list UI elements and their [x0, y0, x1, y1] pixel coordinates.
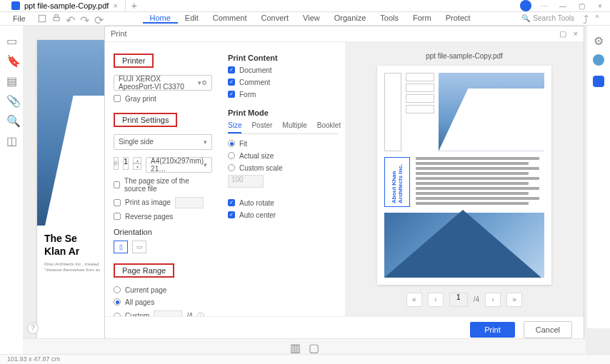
printer-select[interactable]: FUJI XEROX ApeosPort-VI C3370 ▾ ⚙ [114, 75, 212, 91]
new-tab-button[interactable]: + [126, 0, 143, 11]
attachment-icon[interactable]: 📎 [6, 94, 16, 104]
mode-size-tab[interactable]: Size [228, 121, 241, 133]
doc-title: The Se Klan Ar [44, 233, 109, 258]
pager-last[interactable]: » [506, 293, 522, 307]
current-page-radio[interactable] [114, 286, 121, 293]
close-tab-icon[interactable]: × [113, 1, 117, 10]
dialog-close-icon[interactable]: × [574, 29, 578, 39]
save-icon[interactable] [37, 14, 47, 24]
tab-comment[interactable]: Comment [206, 14, 254, 24]
menu-icon[interactable]: ⋯ [539, 0, 550, 11]
maximize-icon[interactable]: ▢ [576, 0, 587, 11]
content-comment-checkbox[interactable]: ✓ [228, 79, 235, 86]
orientation-heading: Orientation [114, 228, 212, 236]
tab-tools[interactable]: Tools [373, 14, 406, 24]
file-menu[interactable]: File [6, 14, 33, 23]
custom-scale-radio[interactable] [228, 164, 235, 171]
pager-input[interactable]: 1 [449, 293, 468, 307]
print-button[interactable]: Print [470, 322, 515, 338]
duplex-select[interactable]: Single side▾ [114, 134, 212, 150]
copies-input[interactable]: 1 [123, 157, 129, 170]
mode-booklet-tab[interactable]: Booklet [317, 121, 341, 133]
tab-convert[interactable]: Convert [254, 14, 296, 24]
copies-down[interactable]: ▾ [133, 163, 141, 170]
source-size-checkbox[interactable] [114, 181, 120, 188]
view-continuous-icon[interactable]: ▥ [290, 341, 300, 351]
print-left-column: Printer FUJI XEROX ApeosPort-VI C3370 ▾ … [105, 42, 221, 316]
pager-next[interactable]: › [485, 293, 501, 307]
preview-image-top [439, 73, 544, 151]
dialog-title: Print [111, 29, 127, 38]
preview-legend [406, 73, 434, 151]
print-dialog: Print ▢ × Printer FUJI XEROX ApeosPort-V… [104, 26, 584, 344]
print-icon[interactable] [51, 14, 61, 24]
custom-range-input[interactable] [154, 310, 182, 316]
print-middle-column: Print Content ✓Document ✓Comment ✓Form P… [221, 42, 345, 316]
preview-vertical-title: About Khan Architects Inc. [384, 157, 410, 207]
auto-center-checkbox[interactable]: ✓ [228, 211, 235, 218]
cancel-button[interactable]: Cancel [524, 321, 572, 338]
svg-rect-2 [54, 15, 58, 18]
preview-text-lines [416, 157, 544, 207]
tab-form[interactable]: Form [406, 14, 439, 24]
pager-prev[interactable]: ‹ [428, 293, 444, 307]
main-area: ▭ 🔖 ▤ 📎 🔍 ◫ The Se Klan Ar Khan Architec… [0, 26, 610, 354]
tab-home[interactable]: Home [143, 14, 178, 24]
print-preview-column: ppt file-sample-Copy.pdf About Khan Arch… [345, 42, 584, 316]
orientation-portrait[interactable]: ▯ [114, 241, 128, 253]
mode-multiple-tab[interactable]: Multiple [282, 121, 306, 133]
preview-page: About Khan Architects Inc. [377, 66, 551, 285]
info-icon[interactable]: ⓘ [197, 311, 204, 316]
tab-organize[interactable]: Organize [327, 14, 374, 24]
print-settings-heading: Print Settings [114, 113, 177, 127]
search-side-icon[interactable]: 🔍 [6, 114, 16, 124]
dialog-maximize-icon[interactable]: ▢ [559, 29, 566, 39]
user-avatar-icon[interactable] [520, 0, 531, 11]
expand-icon[interactable]: ˄ [594, 14, 604, 24]
assistant-icon[interactable] [593, 76, 604, 87]
chevron-down-icon: ▾ [204, 138, 207, 146]
share-icon[interactable]: ⤴ [583, 14, 593, 24]
orientation-landscape[interactable]: ▭ [132, 241, 146, 253]
redo-icon[interactable]: ↷ [80, 14, 90, 24]
minimize-icon[interactable]: — [557, 0, 569, 11]
tab-protect[interactable]: Protect [439, 14, 478, 24]
thumbnails-icon[interactable]: ▭ [6, 34, 16, 44]
content-document-checkbox[interactable]: ✓ [228, 66, 235, 74]
box-icon[interactable]: ◫ [6, 134, 16, 144]
scale-input[interactable]: 100 [228, 175, 264, 188]
close-window-icon[interactable]: × [594, 0, 606, 11]
help-icon[interactable]: ? [27, 323, 39, 334]
ai-icon[interactable] [593, 54, 604, 66]
history-icon[interactable]: ⟳ [94, 14, 104, 24]
content-form-checkbox[interactable]: ✓ [228, 91, 235, 98]
preview-image-bottom [384, 213, 544, 278]
dialog-titlebar: Print ▢ × [105, 26, 584, 42]
actual-size-radio[interactable] [228, 152, 235, 159]
mode-poster-tab[interactable]: Poster [251, 121, 272, 133]
undo-icon[interactable]: ↶ [66, 14, 76, 24]
auto-rotate-checkbox[interactable]: ✓ [228, 199, 235, 206]
tab-view[interactable]: View [296, 14, 327, 24]
view-single-icon[interactable]: ▢ [309, 341, 319, 351]
tab-edit[interactable]: Edit [178, 14, 206, 24]
gray-print-checkbox[interactable] [114, 95, 121, 102]
pager-first[interactable]: « [406, 293, 422, 307]
page-range-heading: Page Range [114, 263, 174, 278]
paper-select[interactable]: A4(210x297mm) 21…▾ [146, 157, 212, 173]
gear-icon[interactable]: ⚙ [201, 79, 207, 86]
chevron-down-icon: ▾ [204, 161, 207, 168]
layers-icon[interactable]: ▤ [6, 74, 16, 84]
reverse-pages-checkbox[interactable] [114, 213, 121, 220]
bookmark-icon[interactable]: 🔖 [6, 54, 16, 64]
document-tab[interactable]: ppt file-sample-Copy.pdf × [4, 0, 126, 11]
menubar: File ↶ ↷ ⟳ Home Edit Comment Convert Vie… [0, 12, 610, 26]
settings-icon[interactable]: ⚙ [594, 34, 604, 44]
all-pages-radio[interactable] [114, 298, 121, 305]
copies-up[interactable]: ▴ [133, 157, 141, 163]
doc-para: Khan Architects Inc., created "distance … [44, 262, 109, 273]
search-tools[interactable]: 🔍 Search Tools [521, 14, 574, 22]
fit-radio[interactable] [228, 140, 235, 147]
dpi-input[interactable] [175, 197, 204, 208]
print-as-image-checkbox[interactable] [114, 199, 121, 206]
